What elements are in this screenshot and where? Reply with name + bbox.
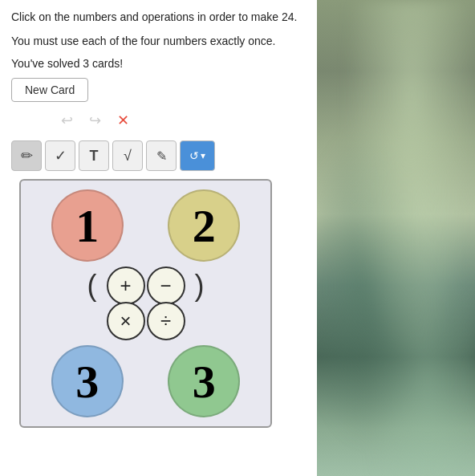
number-3b-value: 3 [193,355,216,409]
divide-operator[interactable]: ÷ [147,302,185,340]
number-3a-value: 3 [75,355,99,409]
pencil-icon: ✏ [21,147,33,165]
multiply-operator[interactable]: × [107,302,145,340]
number-circle-1[interactable]: 1 [51,189,124,262]
text-tool[interactable]: T [79,140,109,171]
solved-count: You've solved 3 cards! [11,57,306,70]
right-paren-button[interactable]: ) [187,266,213,305]
number-circle-3b[interactable]: 3 [168,345,240,417]
minus-icon: − [160,275,171,297]
number-2-value: 2 [193,199,216,253]
right-background-panel [317,0,475,476]
drawing-toolbar: ✏ ✓ T √ ✎ ↺ ▾ [11,140,306,171]
divide-icon: ÷ [160,310,171,332]
plus-icon: + [120,275,131,297]
plus-operator[interactable]: + [107,266,145,305]
undo-button[interactable]: ↩ [59,110,75,131]
pencil-tool[interactable]: ✏ [11,140,42,171]
instruction-line2: You must use each of the four numbers ex… [11,34,306,50]
top-numbers-row: 1 2 [29,189,262,262]
check-icon: ✓ [55,147,67,165]
number-circle-2[interactable]: 2 [168,189,240,262]
instruction-line1: Click on the numbers and operations in o… [11,10,306,26]
left-paren-button[interactable]: ( [79,266,105,305]
bottom-numbers-row: 3 3 [29,345,262,417]
left-paren-icon: ( [87,269,97,303]
check-tool[interactable]: ✓ [45,140,75,171]
undo-redo-toolbar: ↩ ↪ ✕ [59,110,306,131]
operators-row: ( + − ) [79,266,213,305]
color-swatch-icon: ↺ [189,149,199,162]
sqrt-tool[interactable]: √ [112,140,143,171]
minus-operator[interactable]: − [147,266,185,305]
new-card-button[interactable]: New Card [11,78,88,102]
operators-row-2: × ÷ [79,302,213,340]
multiply-icon: × [120,310,131,332]
color-dropdown[interactable]: ↺ ▾ [180,140,215,171]
T-icon: T [90,148,99,165]
eraser-tool[interactable]: ✎ [146,140,177,171]
number-circle-3a[interactable]: 3 [51,345,124,417]
close-button[interactable]: ✕ [116,110,131,131]
game-card: 1 2 ( + − ) × [19,179,272,428]
sqrt-icon: √ [124,148,132,165]
chevron-down-icon: ▾ [201,150,205,161]
left-panel: Click on the numbers and operations in o… [0,0,317,476]
number-1-value: 1 [75,199,99,253]
right-paren-icon: ) [195,269,205,303]
eraser-icon: ✎ [156,148,167,164]
redo-button[interactable]: ↪ [87,110,103,131]
